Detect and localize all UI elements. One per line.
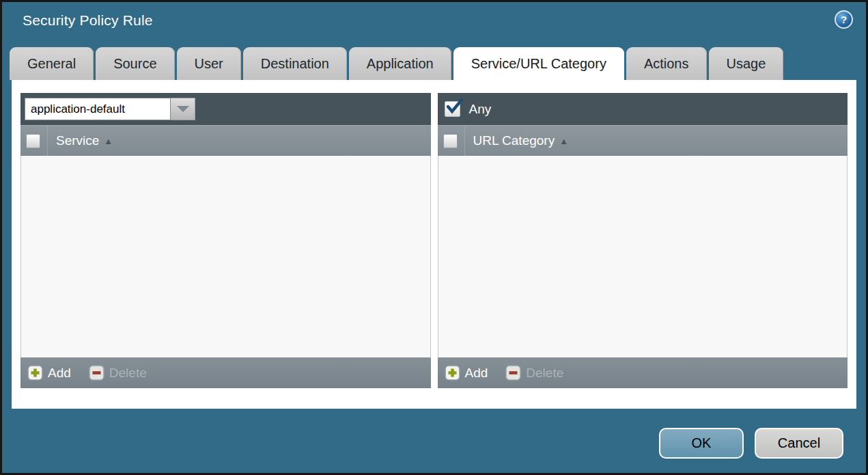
service-panel-footer: Add Delete — [20, 357, 431, 388]
service-column-header: Service ▲ — [20, 125, 431, 156]
url-category-list[interactable] — [438, 156, 848, 357]
url-category-select-all-checkbox[interactable] — [443, 134, 458, 148]
delete-label: Delete — [526, 366, 563, 381]
checkmark-icon — [445, 98, 464, 116]
dialog-title: Security Policy Rule — [23, 12, 153, 29]
minus-icon — [89, 365, 104, 381]
service-type-dropdown-button[interactable] — [171, 98, 195, 120]
any-checkbox[interactable] — [445, 101, 460, 117]
service-add-button[interactable]: Add — [27, 365, 71, 381]
chevron-down-icon — [177, 106, 189, 112]
service-panel-header — [20, 93, 431, 125]
delete-label: Delete — [109, 366, 147, 381]
tab-application[interactable]: Application — [349, 47, 451, 80]
url-category-add-button[interactable]: Add — [445, 365, 488, 381]
plus-icon — [27, 365, 43, 381]
tab-general[interactable]: General — [10, 47, 94, 80]
any-label: Any — [469, 102, 492, 117]
url-category-delete-button[interactable]: Delete — [505, 365, 563, 381]
tab-bar: General Source User Destination Applicat… — [10, 47, 783, 80]
security-policy-rule-dialog: Security Policy Rule ? General Source Us… — [0, 0, 868, 475]
dialog-footer: OK Cancel — [659, 428, 843, 459]
minus-icon — [505, 365, 521, 381]
service-type-input[interactable] — [25, 98, 171, 120]
service-column-label[interactable]: Service — [56, 133, 99, 148]
help-icon[interactable]: ? — [835, 10, 853, 29]
service-select-all-checkbox[interactable] — [26, 134, 40, 148]
sort-asc-icon[interactable]: ▲ — [104, 136, 113, 146]
tab-usage[interactable]: Usage — [709, 47, 784, 80]
url-category-column-label[interactable]: URL Category — [473, 133, 555, 148]
sort-asc-icon[interactable]: ▲ — [559, 136, 568, 146]
cancel-button[interactable]: Cancel — [755, 428, 843, 459]
tab-user[interactable]: User — [177, 47, 241, 80]
dialog-content: Service ▲ Add — [12, 80, 856, 409]
url-category-panel-footer: Add Delete — [438, 357, 848, 388]
column-divider — [47, 126, 48, 157]
add-label: Add — [465, 366, 488, 381]
service-panel: Service ▲ Add — [20, 93, 431, 388]
service-delete-button[interactable]: Delete — [89, 365, 147, 381]
service-type-combobox[interactable] — [25, 98, 195, 120]
tab-source[interactable]: Source — [96, 47, 174, 80]
plus-icon — [445, 365, 460, 381]
url-category-panel: Any URL Category ▲ Add — [438, 93, 848, 388]
url-category-column-header: URL Category ▲ — [438, 125, 848, 156]
tab-service-url-category[interactable]: Service/URL Category — [453, 47, 624, 80]
tab-destination[interactable]: Destination — [243, 47, 347, 80]
ok-button[interactable]: OK — [659, 428, 744, 459]
panels-container: Service ▲ Add — [12, 80, 856, 388]
service-list[interactable] — [20, 156, 431, 357]
tab-actions[interactable]: Actions — [626, 47, 707, 80]
column-divider — [464, 126, 465, 157]
add-label: Add — [48, 366, 71, 381]
url-category-panel-header: Any — [438, 93, 848, 125]
